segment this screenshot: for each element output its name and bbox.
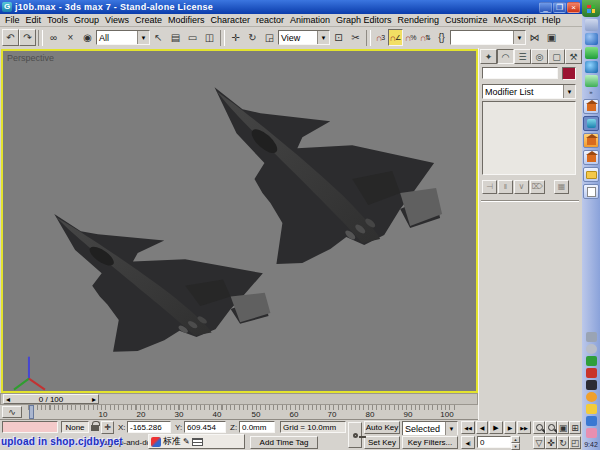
menu-help[interactable]: Help	[539, 15, 564, 25]
zoom-extents-icon[interactable]: ▣	[557, 421, 569, 434]
select-scale-icon[interactable]: ◲	[261, 29, 278, 46]
jet-model-large[interactable]	[215, 87, 443, 264]
modifier-list-dropdown[interactable]: Modifier List ▼	[482, 84, 576, 99]
pan-icon[interactable]: ✜	[545, 436, 557, 449]
go-to-end-icon[interactable]: ▶▶	[517, 421, 531, 434]
tab-display[interactable]: ▢	[548, 49, 565, 64]
taskbar-button-folder[interactable]	[583, 167, 599, 182]
ime-label[interactable]: 标准	[163, 435, 181, 448]
tab-hierarchy[interactable]: ☰	[514, 49, 531, 64]
pin-stack-icon[interactable]: ⊣	[482, 180, 497, 194]
jet-model-small[interactable]	[54, 214, 270, 352]
tray-app-icon-2[interactable]	[586, 356, 597, 366]
ime-language-bar[interactable]: 标准 ✎	[148, 434, 245, 449]
track-bar[interactable]: ∿ 10 20 30 40 50 60 70 80 90 100	[0, 405, 478, 420]
configure-modifier-sets-icon[interactable]: ▦	[554, 180, 569, 194]
go-to-start-icon[interactable]: ◀◀	[461, 421, 475, 434]
menu-maxscript[interactable]: MAXScript	[491, 15, 540, 25]
chevron-down-icon[interactable]: ▼	[137, 31, 149, 44]
tab-utilities[interactable]: ⚒	[565, 49, 582, 64]
next-frame-icon[interactable]: ▶	[504, 421, 516, 434]
selection-lock-icon[interactable]	[91, 425, 99, 431]
menu-tools[interactable]: Tools	[44, 15, 71, 25]
frame-spinner[interactable]: ▲ ▼	[511, 436, 520, 449]
play-icon[interactable]: ▶	[489, 421, 503, 434]
modifier-stack-list[interactable]	[482, 101, 576, 175]
menu-views[interactable]: Views	[102, 15, 132, 25]
menu-rendering[interactable]: Rendering	[395, 15, 443, 25]
spinner-snap-icon[interactable]: ∩⇅	[418, 29, 433, 46]
select-by-name-icon[interactable]: ▤	[167, 29, 184, 46]
start-button[interactable]	[582, 0, 600, 17]
select-object-icon[interactable]: ↖	[150, 29, 167, 46]
tray-app-icon-1[interactable]	[586, 344, 597, 354]
taskbar-button-maxfile-3[interactable]	[583, 150, 599, 165]
mirror-icon[interactable]: ⋈	[526, 29, 543, 46]
frame-forward-icon[interactable]: ▸	[92, 395, 96, 404]
angle-snap-icon[interactable]: ∩∠	[388, 29, 403, 46]
quicklaunch-chat-icon[interactable]	[585, 75, 598, 87]
align-icon[interactable]: ▣	[543, 29, 560, 46]
object-color-swatch[interactable]	[562, 67, 576, 80]
tab-create[interactable]: ✦	[480, 49, 497, 64]
redo-icon[interactable]: ↷	[19, 29, 36, 46]
zoom-all-icon[interactable]	[545, 421, 557, 434]
menu-file[interactable]: File	[2, 15, 23, 25]
window-crossing-icon[interactable]: ◫	[201, 29, 218, 46]
y-coordinate-field[interactable]: 609.454	[184, 421, 226, 433]
taskbar-button-3dsmax-active[interactable]	[583, 116, 599, 131]
quicklaunch-app-icon[interactable]	[585, 19, 598, 31]
quicklaunch-messenger-icon[interactable]	[585, 33, 598, 45]
ime-mode-icon[interactable]	[151, 437, 161, 447]
spinner-down-icon[interactable]: ▼	[511, 443, 520, 450]
tray-app-icon-4[interactable]	[586, 392, 597, 402]
menu-edit[interactable]: Edit	[23, 15, 45, 25]
current-frame-field[interactable]: 0	[477, 436, 511, 448]
x-coordinate-field[interactable]: -165.286	[127, 421, 171, 433]
minmax-toggle-icon[interactable]: ◰	[569, 436, 581, 449]
make-unique-icon[interactable]: ∨	[514, 180, 529, 194]
object-name-field[interactable]	[482, 67, 558, 79]
remove-modifier-icon[interactable]: ⌦	[530, 180, 545, 194]
tray-lock-icon[interactable]	[586, 404, 597, 414]
taskbar-button-maxfile-1[interactable]	[583, 99, 599, 114]
rect-selection-region-icon[interactable]: ▭	[184, 29, 201, 46]
select-manipulate-icon[interactable]: ✂	[347, 29, 364, 46]
zoom-extents-all-icon[interactable]: ⊞	[569, 421, 581, 434]
close-button[interactable]: ×	[567, 2, 580, 13]
title-bar[interactable]: G j10b.max - 3ds max 7 - Stand-alone Lic…	[0, 0, 582, 14]
undo-icon[interactable]: ↶	[2, 29, 19, 46]
mini-curve-editor-icon[interactable]: ∿	[2, 406, 22, 418]
edit-named-selections-icon[interactable]: {}	[433, 29, 450, 46]
tray-antivirus-icon[interactable]	[586, 368, 597, 378]
time-slider-handle[interactable]: ◂ 0 / 100 ▸	[3, 394, 99, 404]
viewport-canvas[interactable]	[3, 51, 476, 391]
tray-alert-icon[interactable]	[586, 428, 597, 438]
zoom-icon[interactable]	[533, 421, 545, 434]
frame-back-icon[interactable]: ◂	[6, 395, 10, 404]
ime-keyboard-icon[interactable]	[192, 438, 203, 446]
previous-frame-icon[interactable]: ◀	[476, 421, 488, 434]
arc-rotate-icon[interactable]: ↻	[557, 436, 569, 449]
select-move-icon[interactable]: ✛	[227, 29, 244, 46]
auto-key-button[interactable]: Auto Key	[364, 421, 400, 434]
menu-create[interactable]: Create	[132, 15, 165, 25]
unlink-selection-icon[interactable]: ×	[62, 29, 79, 46]
show-end-result-icon[interactable]: ‖	[498, 180, 513, 194]
key-mode-toggle-icon[interactable]: ◀|	[461, 436, 475, 449]
field-of-view-icon[interactable]: ▽	[533, 436, 545, 449]
quicklaunch-qq-icon[interactable]	[585, 47, 598, 59]
taskbar-button-notepad[interactable]	[583, 184, 599, 199]
restore-button[interactable]: ❐	[553, 2, 566, 13]
tab-motion[interactable]: ◎	[531, 49, 548, 64]
maxscript-mini-listener[interactable]	[2, 421, 58, 433]
tray-volume-icon[interactable]	[586, 332, 597, 342]
selection-filter-dropdown[interactable]: All ▼	[96, 30, 150, 45]
taskbar-clock[interactable]: 9:42	[584, 441, 598, 448]
reference-coordinate-dropdown[interactable]: View ▼	[278, 30, 330, 45]
ime-pen-icon[interactable]: ✎	[183, 437, 190, 446]
tray-app-icon-3[interactable]	[586, 380, 597, 390]
bind-spacewarp-icon[interactable]: ◉	[79, 29, 96, 46]
key-filters-button[interactable]: Key Filters...	[402, 436, 458, 449]
transform-typein-mode-icon[interactable]: ✛	[101, 421, 114, 434]
